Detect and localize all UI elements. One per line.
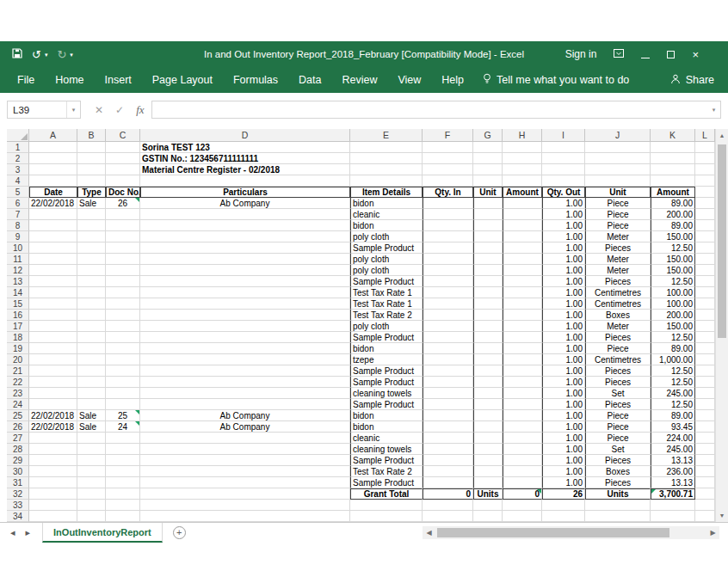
cell-F19[interactable]: [423, 343, 473, 354]
cell-L10[interactable]: [695, 242, 715, 254]
cell-D5[interactable]: Particulars: [140, 187, 350, 198]
cell-H9[interactable]: [503, 231, 542, 242]
cell-C18[interactable]: [106, 332, 140, 343]
cell-B29[interactable]: [77, 455, 106, 466]
cell-B31[interactable]: [77, 477, 106, 488]
cell-D25[interactable]: Ab Company: [140, 410, 350, 421]
ribbon-tab-insert[interactable]: Insert: [95, 67, 142, 93]
cell-C10[interactable]: [106, 242, 140, 254]
cell-G5[interactable]: Unit: [473, 187, 503, 198]
cell-I19[interactable]: 1.00: [542, 343, 585, 354]
cell-J30[interactable]: Boxes: [585, 466, 651, 477]
ribbon-tab-review[interactable]: Review: [331, 67, 387, 93]
cell-L28[interactable]: [695, 444, 715, 455]
cell-L12[interactable]: [695, 265, 715, 276]
cell-E34[interactable]: [350, 511, 423, 522]
row-header-1[interactable]: 1: [7, 142, 29, 153]
cell-J19[interactable]: Piece: [585, 343, 651, 354]
cell-E25[interactable]: bidon: [350, 410, 423, 421]
cell-C30[interactable]: [106, 466, 140, 477]
cell-A11[interactable]: [29, 254, 77, 265]
cell-F33[interactable]: [423, 500, 473, 511]
cell-H30[interactable]: [503, 466, 542, 477]
sheet-nav-prev-icon[interactable]: ◂: [5, 527, 21, 538]
cell-F28[interactable]: [423, 444, 473, 455]
cell-L29[interactable]: [695, 455, 715, 466]
cell-H28[interactable]: [503, 444, 542, 455]
cell-H20[interactable]: [503, 354, 542, 365]
cell-L16[interactable]: [695, 310, 715, 321]
cell-G10[interactable]: [473, 242, 503, 254]
cell-H4[interactable]: [503, 175, 542, 187]
cell-L19[interactable]: [695, 343, 715, 354]
cell-J20[interactable]: Centimetres: [585, 354, 651, 365]
tell-me-box[interactable]: Tell me what you want to do: [483, 73, 629, 88]
column-header-H[interactable]: H: [503, 129, 542, 142]
cell-A13[interactable]: [29, 276, 77, 287]
cell-J31[interactable]: Pieces: [585, 477, 651, 488]
cell-C2[interactable]: [106, 153, 140, 164]
cell-D6[interactable]: Ab Company: [140, 198, 350, 209]
row-header-33[interactable]: 33: [7, 500, 29, 511]
cell-B2[interactable]: [77, 153, 106, 164]
cell-F2[interactable]: [423, 153, 473, 164]
cell-L15[interactable]: [695, 298, 715, 310]
cell-J33[interactable]: [585, 500, 651, 511]
cell-H21[interactable]: [503, 365, 542, 377]
cell-D21[interactable]: [140, 365, 350, 377]
cell-A6[interactable]: 22/02/2018: [29, 198, 77, 209]
cell-K22[interactable]: 12.50: [651, 377, 695, 388]
cell-L32[interactable]: [695, 488, 715, 500]
cell-B24[interactable]: [77, 399, 106, 410]
cell-H19[interactable]: [503, 343, 542, 354]
cell-D10[interactable]: [140, 242, 350, 254]
cell-L4[interactable]: [695, 175, 715, 187]
scroll-down-icon[interactable]: ▼: [716, 509, 728, 522]
cell-G2[interactable]: [473, 153, 503, 164]
cell-B12[interactable]: [77, 265, 106, 276]
cell-F9[interactable]: [423, 231, 473, 242]
cell-L5[interactable]: [695, 187, 715, 198]
cell-B30[interactable]: [77, 466, 106, 477]
cell-F11[interactable]: [423, 254, 473, 265]
cell-I34[interactable]: [542, 511, 585, 522]
cell-F7[interactable]: [423, 209, 473, 220]
cell-D29[interactable]: [140, 455, 350, 466]
close-button[interactable]: ×: [692, 49, 699, 60]
row-header-29[interactable]: 29: [7, 455, 29, 466]
cell-L22[interactable]: [695, 377, 715, 388]
cell-F24[interactable]: [423, 399, 473, 410]
cell-D8[interactable]: [140, 220, 350, 231]
cell-H31[interactable]: [503, 477, 542, 488]
cell-G17[interactable]: [473, 321, 503, 332]
cell-C33[interactable]: [106, 500, 140, 511]
cell-J16[interactable]: Boxes: [585, 310, 651, 321]
cell-K1[interactable]: [651, 142, 695, 153]
cell-K2[interactable]: [651, 153, 695, 164]
cell-E21[interactable]: Sample Product: [350, 365, 423, 377]
cell-K21[interactable]: 12.50: [651, 365, 695, 377]
cell-J28[interactable]: Set: [585, 444, 651, 455]
row-header-18[interactable]: 18: [7, 332, 29, 343]
name-box[interactable]: L39 ▾: [7, 101, 81, 119]
column-header-C[interactable]: C: [106, 129, 140, 142]
cell-K14[interactable]: 100.00: [651, 287, 695, 298]
cell-D28[interactable]: [140, 444, 350, 455]
cell-H17[interactable]: [503, 321, 542, 332]
cell-C20[interactable]: [106, 354, 140, 365]
cell-I4[interactable]: [542, 175, 585, 187]
cell-B6[interactable]: Sale: [77, 198, 106, 209]
cell-G1[interactable]: [473, 142, 503, 153]
cell-D27[interactable]: [140, 433, 350, 444]
cell-L30[interactable]: [695, 466, 715, 477]
cell-D7[interactable]: [140, 209, 350, 220]
cell-F25[interactable]: [423, 410, 473, 421]
cell-E11[interactable]: poly cloth: [350, 254, 423, 265]
cell-F13[interactable]: [423, 276, 473, 287]
cell-I23[interactable]: 1.00: [542, 388, 585, 399]
cell-L25[interactable]: [695, 410, 715, 421]
cell-E2[interactable]: [350, 153, 423, 164]
cell-B3[interactable]: [77, 164, 106, 175]
cell-L21[interactable]: [695, 365, 715, 377]
cell-G28[interactable]: [473, 444, 503, 455]
